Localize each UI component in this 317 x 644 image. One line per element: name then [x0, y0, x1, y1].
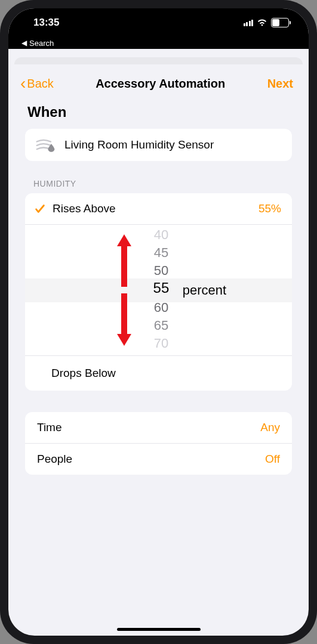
rises-label: Rises Above	[53, 202, 116, 215]
breadcrumb[interactable]: ◀ Search	[8, 37, 309, 49]
chevron-left-icon: ‹	[20, 74, 26, 93]
people-label: People	[37, 453, 72, 466]
status-bar: 13:35 46	[8, 8, 309, 37]
modal-peek	[14, 57, 303, 64]
rises-above-row[interactable]: Rises Above 55%	[25, 193, 292, 225]
home-indicator[interactable]	[117, 628, 201, 631]
conditions-card: Time Any People Off	[25, 412, 292, 475]
humidity-header: HUMIDITY	[14, 161, 303, 193]
annotation-arrow-down	[116, 293, 133, 347]
rises-value: 55%	[258, 202, 281, 215]
breadcrumb-arrow-icon: ◀	[21, 39, 27, 47]
section-heading: When	[14, 101, 303, 129]
time-value: Any	[260, 421, 280, 434]
humidity-card: Rises Above 55% 40 45 50 55 60 65 70	[25, 193, 292, 391]
people-value: Off	[265, 453, 280, 466]
checkmark-icon	[33, 202, 47, 215]
cellular-icon	[244, 19, 254, 26]
back-label: Back	[27, 77, 53, 91]
back-button[interactable]: ‹ Back	[20, 74, 54, 93]
people-row[interactable]: People Off	[25, 444, 292, 475]
picker-option: 40	[154, 227, 168, 243]
sensor-name: Living Room Humidity Sensor	[64, 138, 214, 151]
picker-selected: 55	[153, 280, 170, 296]
clock: 13:35	[33, 17, 59, 29]
picker-option: 45	[154, 245, 168, 261]
picker-option: 70	[154, 336, 168, 351]
annotation-arrow-up	[116, 233, 133, 287]
breadcrumb-label: Search	[29, 39, 54, 48]
drops-below-row[interactable]: Drops Below	[25, 356, 292, 391]
picker-option: 60	[154, 300, 168, 315]
drops-label: Drops Below	[51, 367, 116, 379]
page-title: Accessory Automation	[96, 77, 225, 91]
humidity-picker[interactable]: 40 45 50 55 60 65 70 percent	[25, 225, 292, 356]
time-label: Time	[37, 421, 62, 434]
picker-option: 65	[154, 318, 168, 333]
humidity-icon	[35, 137, 56, 153]
battery-icon: 46	[271, 18, 291, 27]
time-row[interactable]: Time Any	[25, 412, 292, 444]
sensor-row[interactable]: Living Room Humidity Sensor	[25, 129, 292, 161]
wifi-icon	[257, 18, 267, 27]
next-button[interactable]: Next	[267, 77, 293, 91]
picker-unit: percent	[183, 283, 226, 298]
picker-option: 50	[154, 263, 168, 278]
nav-bar: ‹ Back Accessory Automation Next	[14, 64, 303, 101]
